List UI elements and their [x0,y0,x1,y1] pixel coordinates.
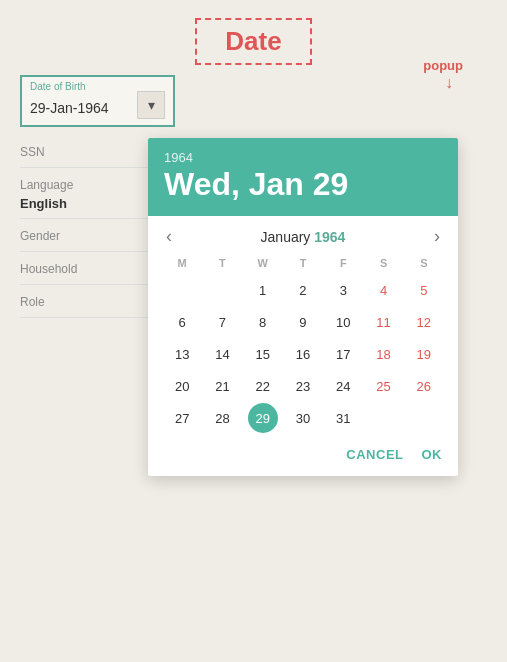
calendar-day[interactable]: 19 [409,339,439,369]
calendar-day [167,275,197,305]
calendar-day[interactable]: 14 [207,339,237,369]
dob-dropdown-button[interactable] [137,91,165,119]
calendar-day[interactable]: 4 [369,275,399,305]
popup-arrow-icon: ↓ [445,74,453,92]
day-header-f: F [323,255,363,271]
page-title-box: Date [195,18,311,65]
calendar-header: 1964 Wed, Jan 29 [148,138,458,216]
calendar-day[interactable]: 24 [328,371,358,401]
calendar-day[interactable]: 8 [248,307,278,337]
calendar-day[interactable]: 20 [167,371,197,401]
calendar-day [369,403,399,433]
calendar-day[interactable]: 29 [248,403,278,433]
calendar-day[interactable]: 5 [409,275,439,305]
calendar-nav: ‹ January 1964 › [148,216,458,251]
calendar-year: 1964 [164,150,442,165]
day-header-t2: T [283,255,323,271]
calendar-days: 1234567891011121314151617181920212223242… [162,275,444,433]
calendar-day [409,403,439,433]
day-header-t1: T [202,255,242,271]
calendar-day[interactable]: 12 [409,307,439,337]
day-header-s2: S [404,255,444,271]
calendar-ok-button[interactable]: OK [422,447,443,462]
page-title: Date [225,26,281,56]
calendar-nav-year: 1964 [314,229,345,245]
calendar-day[interactable]: 18 [369,339,399,369]
dob-label: Date of Birth [30,81,86,92]
calendar-day[interactable]: 15 [248,339,278,369]
calendar-popup: 1964 Wed, Jan 29 ‹ January 1964 › M T W … [148,138,458,476]
calendar-day[interactable]: 2 [288,275,318,305]
language-value: English [20,196,67,211]
calendar-day[interactable]: 26 [409,371,439,401]
calendar-date-display: Wed, Jan 29 [164,167,442,202]
calendar-day-headers: M T W T F S S [162,255,444,271]
calendar-actions: CANCEL OK [148,441,458,476]
calendar-grid: M T W T F S S 12345678910111213141516171… [148,251,458,441]
calendar-day[interactable]: 16 [288,339,318,369]
calendar-day[interactable]: 9 [288,307,318,337]
calendar-day[interactable]: 17 [328,339,358,369]
day-header-s1: S [363,255,403,271]
dob-field-wrapper: Date of Birth [20,75,175,127]
calendar-month-year: January 1964 [261,229,346,245]
calendar-day[interactable]: 31 [328,403,358,433]
calendar-day[interactable]: 27 [167,403,197,433]
calendar-day[interactable]: 10 [328,307,358,337]
calendar-day[interactable]: 7 [207,307,237,337]
calendar-day[interactable]: 13 [167,339,197,369]
calendar-day[interactable]: 21 [207,371,237,401]
calendar-day[interactable]: 30 [288,403,318,433]
calendar-day[interactable]: 1 [248,275,278,305]
calendar-day[interactable]: 22 [248,371,278,401]
day-header-w: W [243,255,283,271]
calendar-day[interactable]: 3 [328,275,358,305]
calendar-day[interactable]: 6 [167,307,197,337]
calendar-day[interactable]: 11 [369,307,399,337]
calendar-day [207,275,237,305]
calendar-day[interactable]: 23 [288,371,318,401]
calendar-day[interactable]: 25 [369,371,399,401]
popup-label: popup [423,58,463,73]
calendar-next-button[interactable]: › [430,226,444,247]
calendar-day[interactable]: 28 [207,403,237,433]
calendar-prev-button[interactable]: ‹ [162,226,176,247]
day-header-m: M [162,255,202,271]
calendar-cancel-button[interactable]: CANCEL [346,447,403,462]
